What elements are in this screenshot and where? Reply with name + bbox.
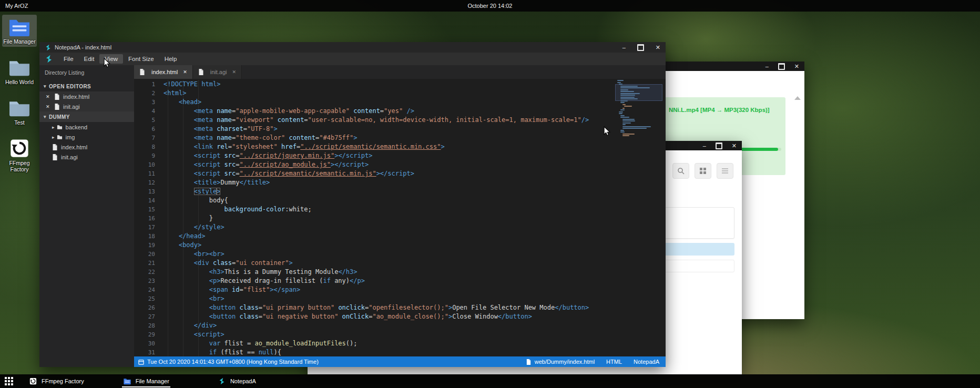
code-text: <!DOCTYPE html> (164, 80, 220, 89)
minimap[interactable] (617, 80, 659, 139)
code-editor[interactable]: 1<!DOCTYPE html>2<html>3 <head>4 <meta n… (134, 79, 666, 356)
file-icon (52, 144, 58, 150)
sidebar-item-init-agi[interactable]: ✕init.agi (39, 101, 134, 111)
code-text: <button class="ui negative button" onCli… (164, 312, 532, 321)
minimize-button[interactable]: – (703, 143, 706, 149)
code-text: </head> (164, 232, 206, 241)
code-line[interactable]: 21 <div class="ui container"> (134, 259, 666, 268)
code-line[interactable]: 23 <p>Received drag-in filelist (if any)… (134, 277, 666, 285)
minimap-line (620, 100, 628, 101)
code-line[interactable]: 17 </style> (134, 223, 666, 232)
code-line[interactable]: 13 <style> (134, 187, 666, 196)
code-line[interactable]: 10 <script src="../script/ao_module.js">… (134, 160, 666, 169)
desktop-icons: File ManagerHello WorldTestFFmpeg Factor… (2, 15, 37, 183)
code-line[interactable]: 26 <button class="ui primary button" onc… (134, 303, 666, 312)
code-line[interactable]: 5 <meta name="viewport" content="user-sc… (134, 116, 666, 125)
scroll-up-icon[interactable] (794, 96, 801, 100)
sidebar-item-index-html[interactable]: ✕index.html (39, 91, 134, 101)
close-button[interactable]: ✕ (794, 64, 799, 69)
minimize-button[interactable]: – (622, 45, 626, 50)
minimize-button[interactable]: – (765, 64, 769, 69)
notepad-statusbar: Tue Oct 20 2020 14:01:43 GMT+0800 (Hong … (134, 356, 666, 367)
taskbar-item-ffmpeg-factory[interactable]: FFmpeg Factory (26, 374, 87, 388)
editor-tabbar: index.html✕init.agi✕ (134, 65, 666, 79)
code-line[interactable]: 2<html> (134, 89, 666, 98)
notepada-window[interactable]: NotepadA - index.html – ✕ FileEditViewFo… (39, 42, 666, 367)
indent-guide (198, 80, 199, 356)
sidebar-item-init-agi[interactable]: init.agi (39, 152, 134, 162)
notepada-logo-icon (45, 55, 53, 63)
scrollbar[interactable] (793, 75, 802, 315)
code-line[interactable]: 1<!DOCTYPE html> (134, 80, 666, 89)
close-icon[interactable]: ✕ (183, 69, 187, 75)
desktop-icon-test[interactable]: Test (2, 96, 37, 128)
desktop-icon-ffmpeg-factory[interactable]: FFmpeg Factory (2, 136, 37, 175)
chevron-right-icon: ▸ (52, 135, 55, 140)
directory-sidebar: Directory Listing ▾OPEN EDITORS✕index.ht… (39, 65, 134, 367)
line-number: 15 (134, 205, 164, 214)
code-line[interactable]: 24 <span id="flist"></span> (134, 285, 666, 294)
close-icon[interactable]: ✕ (46, 104, 51, 109)
code-line[interactable]: 3 <head> (134, 98, 666, 107)
minimap-line (620, 130, 624, 131)
minimap-line (619, 113, 622, 114)
maximize-button[interactable] (637, 44, 644, 51)
sidebar-section-dummy[interactable]: ▾DUMMY (39, 111, 134, 122)
list-view-button[interactable] (717, 163, 733, 179)
desktop-icon-hello-world[interactable]: Hello World (2, 55, 37, 87)
chevron-down-icon: ▾ (44, 114, 46, 119)
code-line[interactable]: 7 <meta name="theme-color" content="#4b7… (134, 134, 666, 142)
menu-edit[interactable]: Edit (79, 54, 100, 64)
code-line[interactable]: 30 var flist = ao_module_loadInputFiles(… (134, 339, 666, 348)
code-line[interactable]: 25 <br> (134, 294, 666, 303)
menu-font-size[interactable]: Font Size (123, 54, 159, 64)
window-title: NotepadA - index.html (55, 44, 111, 50)
close-icon[interactable]: ✕ (46, 94, 51, 99)
tab-init-agi[interactable]: init.agi✕ (193, 65, 242, 79)
sidebar-item-backend[interactable]: ▸backend (39, 122, 134, 132)
code-line[interactable]: 27 <button class="ui negative button" on… (134, 312, 666, 321)
taskbar-item-file-manager[interactable]: File Manager (120, 374, 172, 388)
maximize-button[interactable] (716, 142, 722, 149)
code-line[interactable]: 15 background-color:white; (134, 205, 666, 214)
code-line[interactable]: 14 body{ (134, 196, 666, 205)
sidebar-item-index-html[interactable]: index.html (39, 142, 134, 152)
status-language[interactable]: HTML (606, 359, 622, 365)
search-button[interactable] (672, 163, 689, 179)
code-line[interactable]: 19 <body> (134, 241, 666, 250)
taskbar-item-notepada[interactable]: NotepadA (215, 374, 259, 388)
code-line[interactable]: 20 <br><br> (134, 250, 666, 259)
maximize-button[interactable] (778, 63, 785, 70)
menu-view[interactable]: View (99, 54, 123, 64)
code-line[interactable]: 31 if (flist == null){ (134, 348, 666, 356)
code-line[interactable]: 4 <meta name="apple-mobile-web-app-capab… (134, 107, 666, 116)
code-line[interactable]: 9 <script src="../script/jquery.min.js">… (134, 151, 666, 160)
app-menu-icon[interactable] (4, 376, 14, 386)
code-line[interactable]: 28 </div> (134, 321, 666, 330)
code-text: <meta name="apple-mobile-web-app-capable… (164, 107, 414, 116)
code-line[interactable]: 22 <h3>This is a Dummy Testing Module</h… (134, 268, 666, 277)
line-number: 19 (134, 241, 164, 250)
status-app-name: NotepadA (634, 359, 659, 365)
code-line[interactable]: 11 <script src="../script/semantic/seman… (134, 169, 666, 178)
code-line[interactable]: 12 <title>Dummy</title> (134, 178, 666, 187)
close-button[interactable]: ✕ (656, 45, 660, 50)
desktop-icon-file-manager[interactable]: File Manager (2, 15, 37, 47)
menu-help[interactable]: Help (159, 54, 182, 64)
close-button[interactable]: ✕ (732, 143, 737, 149)
grid-view-button[interactable] (695, 163, 711, 179)
menu-file[interactable]: File (58, 54, 79, 64)
line-number: 1 (134, 80, 164, 89)
code-line[interactable]: 8 <link rel="stylesheet" href="../script… (134, 142, 666, 151)
tab-index-html[interactable]: index.html✕ (134, 65, 193, 79)
minimap-line (622, 108, 625, 109)
sidebar-item-img[interactable]: ▸img (39, 132, 134, 142)
code-line[interactable]: 18 </head> (134, 232, 666, 241)
line-number: 13 (134, 187, 164, 196)
code-line[interactable]: 16 } (134, 214, 666, 223)
sidebar-section-open-editors[interactable]: ▾OPEN EDITORS (39, 81, 134, 91)
line-number: 7 (134, 134, 164, 142)
close-icon[interactable]: ✕ (232, 69, 236, 75)
code-line[interactable]: 6 <meta charset="UTF-8"> (134, 125, 666, 134)
code-line[interactable]: 29 <script> (134, 330, 666, 339)
